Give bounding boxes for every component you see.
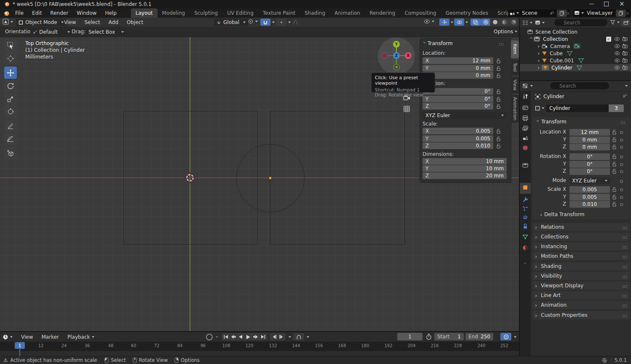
lock-icon[interactable] xyxy=(496,73,501,78)
workspace-tab-layout[interactable]: Layout xyxy=(131,8,158,18)
tab-object-data-icon[interactable] xyxy=(522,234,528,239)
panel-grip-icon[interactable] xyxy=(621,121,622,122)
dimensions-y-field[interactable]: Y10 mm xyxy=(422,165,507,172)
panel-instancing[interactable]: ›Instancing xyxy=(532,242,630,251)
outliner-row-cube[interactable]: › Cube xyxy=(520,50,631,57)
animate-dot-icon[interactable] xyxy=(620,203,623,206)
prop-value-field[interactable]: 0° xyxy=(570,153,610,160)
tool-add-cube[interactable] xyxy=(4,147,17,159)
location-x-field[interactable]: X12 mm xyxy=(422,57,493,64)
hide-eye-icon[interactable] xyxy=(614,44,620,48)
preview-range-caret[interactable] xyxy=(307,336,309,338)
outliner-row-collection[interactable]: › Collection ✓ xyxy=(520,35,631,43)
object-name-field[interactable]: Cylinder xyxy=(546,104,609,112)
drag-dropdown[interactable]: Select Box xyxy=(86,28,126,36)
new-collection-icon[interactable] xyxy=(621,19,631,26)
toggle-xray-icon[interactable] xyxy=(471,19,481,26)
viewport-menu-select[interactable]: Select xyxy=(80,19,104,25)
scale-y-field[interactable]: Y0.005 xyxy=(422,135,493,142)
mesh-data-icon[interactable] xyxy=(578,58,584,63)
prop-value-field[interactable]: 0° xyxy=(570,168,610,175)
stopwatch-icon[interactable] xyxy=(426,334,432,340)
panel-relations[interactable]: ›Relations xyxy=(532,223,630,231)
n-panel-tab-item[interactable]: Item xyxy=(511,40,519,58)
start-frame-field[interactable]: Start 1 xyxy=(434,333,464,340)
editor-type-icon[interactable] xyxy=(3,19,13,25)
camera-data-icon[interactable] xyxy=(573,43,580,49)
jump-to-start-icon[interactable] xyxy=(222,334,230,340)
new-scene-icon[interactable] xyxy=(557,10,567,17)
outliner-display-mode-icon[interactable] xyxy=(532,20,545,25)
hide-eye-icon[interactable] xyxy=(614,58,620,63)
pivot-point-dropdown[interactable] xyxy=(248,19,258,24)
outliner-row-cylinder-active[interactable]: › Cylinder xyxy=(520,64,631,71)
viewport-canvas[interactable]: Top Orthographic (1) Collection | Cylind… xyxy=(0,37,519,331)
maximize-icon[interactable] xyxy=(604,2,609,6)
panel-line-art[interactable]: ›Line Art xyxy=(532,291,630,300)
gizmo-caret[interactable] xyxy=(451,21,453,23)
shading-rendered-icon[interactable] xyxy=(508,19,519,26)
prev-keyframe-icon[interactable] xyxy=(230,334,237,340)
navigation-gizmo[interactable]: Y X Z -Y xyxy=(378,37,415,75)
remove-viewlayer-icon[interactable]: × xyxy=(626,11,630,16)
auto-snap-caret[interactable] xyxy=(514,336,516,338)
n-panel-tab-animation[interactable]: Animation xyxy=(511,95,519,123)
transform-orientation-dropdown[interactable]: Global xyxy=(214,19,248,26)
tab-physics-icon[interactable] xyxy=(522,214,528,220)
timeline-menu-playback[interactable]: Playback xyxy=(63,334,99,340)
hide-eye-icon[interactable] xyxy=(614,65,620,70)
play-icon[interactable] xyxy=(244,334,252,340)
animate-dot-icon[interactable] xyxy=(620,180,623,183)
outliner-row-camera[interactable]: › Camera xyxy=(520,43,631,50)
prop-value-field[interactable]: 0.010 xyxy=(570,201,610,208)
viewport-menu-add[interactable]: Add xyxy=(104,19,123,25)
snap-magnet-icon[interactable] xyxy=(260,19,270,26)
transform-panel-header[interactable]: › Transform xyxy=(536,119,567,125)
outliner-editor-type-icon[interactable] xyxy=(520,20,532,25)
prop-value-field[interactable]: 12 mm xyxy=(570,129,610,136)
gizmo-negy-ball[interactable]: -Y xyxy=(393,64,400,70)
timeline-editor-type-icon[interactable] xyxy=(0,334,13,340)
tool-annotate[interactable] xyxy=(4,120,17,132)
panel-visibility[interactable]: ›Visibility xyxy=(532,272,630,280)
menu-window[interactable]: Window xyxy=(72,10,101,16)
animate-dot-icon[interactable] xyxy=(620,146,623,149)
properties-editor-type-icon[interactable] xyxy=(520,83,533,88)
close-icon[interactable]: × xyxy=(619,0,625,8)
workspace-tab-animation[interactable]: Animation xyxy=(330,8,365,18)
lock-icon[interactable] xyxy=(612,201,617,207)
collection-checkbox[interactable]: ✓ xyxy=(606,37,611,42)
tool-transform[interactable] xyxy=(4,105,17,118)
prop-value-field[interactable]: 0 mm xyxy=(570,144,610,150)
lock-icon[interactable] xyxy=(612,154,617,159)
lock-icon[interactable] xyxy=(612,194,617,200)
disable-render-camera-icon[interactable] xyxy=(622,44,628,48)
panel-animation[interactable]: ›Animation xyxy=(532,301,630,309)
lock-icon[interactable] xyxy=(496,89,501,94)
mode-dropdown[interactable]: Object Mode xyxy=(16,19,66,26)
tool-select-box[interactable] xyxy=(4,39,17,51)
blender-menu-icon[interactable] xyxy=(3,11,10,16)
animate-dot-icon[interactable] xyxy=(620,170,623,173)
breadcrumb-object-name[interactable]: Cylinder xyxy=(543,94,564,99)
tab-render-icon[interactable] xyxy=(522,105,528,110)
tool-move[interactable] xyxy=(4,67,17,79)
end-frame-field[interactable]: End 250 xyxy=(465,333,493,340)
dimensions-x-field[interactable]: X10 mm xyxy=(422,158,507,165)
tab-constraints-icon[interactable] xyxy=(522,223,528,229)
outliner-row-scene-collection[interactable]: Scene Collection xyxy=(520,28,631,35)
n-panel-tab-tool[interactable]: Tool xyxy=(511,59,519,75)
hide-eye-icon[interactable] xyxy=(614,37,620,41)
auto-snap-icon[interactable] xyxy=(500,333,511,340)
animate-dot-icon[interactable] xyxy=(620,163,623,166)
disable-render-camera-icon[interactable] xyxy=(622,65,628,70)
timeline-menu-marker[interactable]: Marker xyxy=(37,334,63,340)
n-panel-header[interactable]: › Transform xyxy=(422,40,453,46)
disable-render-camera-icon[interactable] xyxy=(622,58,628,63)
play-reverse-icon[interactable] xyxy=(237,334,244,340)
tab-tool-icon[interactable] xyxy=(522,94,528,99)
scene-icon[interactable] xyxy=(508,11,520,16)
lock-icon[interactable] xyxy=(496,128,501,134)
show-gizmo-icon[interactable] xyxy=(439,19,449,26)
viewlayer-icon[interactable] xyxy=(573,11,585,16)
